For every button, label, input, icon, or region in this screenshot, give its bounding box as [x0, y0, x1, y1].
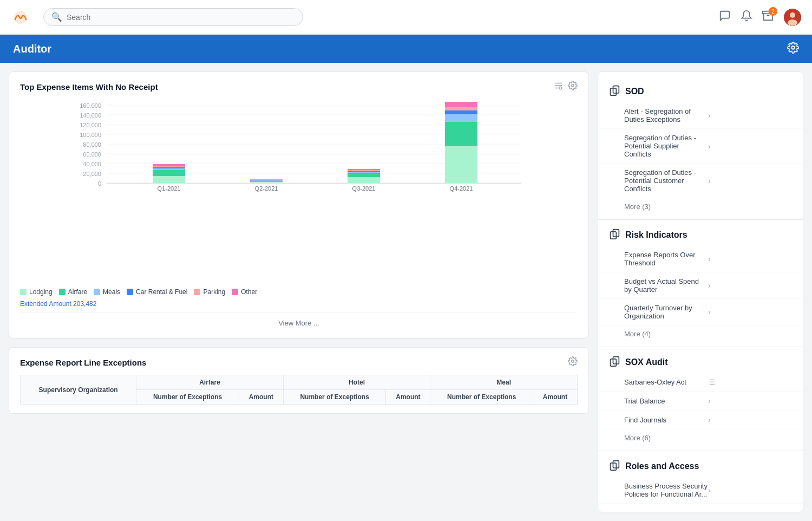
svg-rect-57 [445, 102, 477, 107]
svg-rect-39 [250, 181, 283, 183]
svg-text:20,000: 20,000 [83, 171, 101, 177]
risk-section-header: Risk Indicators [598, 224, 803, 246]
table-settings-icon[interactable] [568, 356, 578, 368]
sox-section-header: SOX Audit [598, 351, 803, 373]
sidebar-item-bpsp[interactable]: Business Process Security Policies for F… [598, 477, 803, 504]
inbox-badge: 2 [769, 7, 777, 16]
header-bar: Auditor [0, 35, 812, 63]
col-group-meal: Meal [430, 375, 578, 390]
col-hotel-amount: Amount [386, 390, 430, 405]
left-content: Top Expense Items With No Receipt [9, 71, 598, 512]
chevron-right-icon: › [708, 308, 792, 316]
chart-actions [554, 81, 578, 93]
svg-text:0: 0 [98, 180, 101, 187]
sod-more[interactable]: More (3) [598, 198, 803, 215]
filter-icon[interactable] [554, 81, 564, 93]
sidebar-section-risk: Risk Indicators Expense Reports Over Thr… [598, 224, 803, 342]
legend-airfare: Airfare [59, 288, 87, 296]
col-supervisory-org: Supervisory Organization [21, 375, 136, 405]
svg-text:120,000: 120,000 [80, 122, 101, 128]
divider-3 [598, 451, 803, 451]
svg-rect-33 [153, 168, 185, 170]
sidebar-item-quarterly-turnover[interactable]: Quarterly Turnover by Organization › [598, 299, 803, 325]
svg-rect-38 [250, 182, 283, 183]
table-card-header: Expense Report Line Exceptions [20, 356, 578, 368]
svg-text:100,000: 100,000 [80, 132, 101, 138]
top-navigation: 🔍 2 [0, 0, 812, 35]
svg-text:40,000: 40,000 [83, 161, 101, 167]
sidebar-section-sod: SOD Alert - Segregation of Duties Except… [598, 81, 803, 215]
col-airfare-exceptions: Number of Exceptions [136, 390, 239, 405]
risk-icon [609, 229, 620, 242]
divider-1 [598, 219, 803, 220]
chevron-right-icon: › [708, 255, 792, 263]
search-icon: 🔍 [51, 12, 62, 22]
svg-text:Q2-2021: Q2-2021 [255, 185, 278, 192]
chat-icon[interactable] [719, 10, 731, 24]
table-title: Expense Report Line Exceptions [20, 358, 568, 367]
svg-point-6 [791, 46, 795, 49]
svg-text:160,000: 160,000 [80, 102, 101, 109]
notifications-icon[interactable] [741, 10, 752, 24]
svg-text:Q1-2021: Q1-2021 [158, 185, 181, 192]
sidebar-item-sod-supplier[interactable]: Segregation of Duties - Potential Suppli… [598, 129, 803, 164]
svg-rect-45 [348, 177, 380, 183]
user-avatar[interactable] [784, 9, 801, 26]
col-group-hotel: Hotel [283, 375, 430, 390]
svg-rect-49 [348, 170, 380, 171]
sidebar-item-sarbanes[interactable]: Sarbanes-Oxley Act ☰ [598, 373, 803, 392]
exceptions-table: Supervisory Organization Airfare Hotel M… [20, 375, 578, 405]
sox-label: SOX Audit [625, 357, 668, 367]
sidebar-item-find-journals[interactable]: Find Journals › [598, 411, 803, 429]
sidebar-item-alert-sod[interactable]: Alert - Segregation of Duties Exceptions… [598, 102, 803, 129]
col-group-airfare: Airfare [136, 375, 284, 390]
chart-legend: Lodging Airfare Meals Car Rental & Fuel … [20, 288, 578, 296]
sidebar-item-trial-balance[interactable]: Trial Balance › [598, 392, 803, 411]
svg-point-4 [790, 12, 795, 18]
search-bar[interactable]: 🔍 [43, 8, 303, 26]
risk-more[interactable]: More (4) [598, 325, 803, 342]
svg-rect-48 [348, 171, 380, 172]
sidebar-item-budget-vs-actual[interactable]: Budget vs Actual Spend by Quarter › [598, 272, 803, 299]
svg-point-5 [788, 19, 797, 26]
sox-more[interactable]: More (6) [598, 429, 803, 446]
sidebar-section-sox: SOX Audit Sarbanes-Oxley Act ☰ Trial Bal… [598, 351, 803, 446]
main-layout: Top Expense Items With No Receipt [0, 63, 812, 521]
inbox-icon[interactable]: 2 [762, 10, 774, 24]
roles-label: Roles and Access [625, 461, 699, 471]
svg-rect-43 [250, 179, 283, 180]
chart-svg: 160,000 140,000 120,000 100,000 80,000 6… [20, 100, 578, 268]
svg-rect-53 [445, 122, 477, 146]
roles-icon [609, 460, 620, 473]
svg-point-10 [559, 87, 562, 89]
gear-icon[interactable] [568, 81, 578, 93]
chevron-right-icon: › [708, 142, 792, 151]
chevron-right-icon: › [708, 396, 792, 405]
chart-title: Top Expense Items With No Receipt [20, 82, 554, 92]
view-more-button[interactable]: View More ... [20, 312, 578, 329]
sod-label: SOD [625, 87, 644, 96]
chart-card: Top Expense Items With No Receipt [9, 71, 589, 338]
bar-chart: 160,000 140,000 120,000 100,000 80,000 6… [20, 100, 578, 284]
svg-rect-46 [348, 173, 380, 177]
risk-label: Risk Indicators [625, 230, 687, 240]
extended-value: 203,482 [73, 300, 96, 308]
chevron-right-icon: › [708, 177, 792, 185]
svg-rect-34 [153, 167, 185, 168]
legend-lodging: Lodging [20, 288, 53, 296]
col-meal-amount: Amount [533, 390, 578, 405]
svg-rect-47 [348, 172, 380, 173]
svg-rect-35 [153, 166, 185, 167]
svg-text:Q3-2021: Q3-2021 [352, 185, 376, 192]
svg-rect-50 [348, 169, 380, 170]
divider-2 [598, 347, 803, 347]
extended-amount: Extended Amount 203,482 [20, 300, 578, 308]
sidebar-item-sod-customer[interactable]: Segregation of Duties - Potential Custom… [598, 164, 803, 198]
sod-section-header: SOD [598, 81, 803, 102]
settings-icon[interactable] [787, 42, 799, 56]
search-input[interactable] [67, 13, 295, 22]
svg-rect-54 [445, 114, 477, 122]
sidebar-item-expense-threshold[interactable]: Expense Reports Over Threshold › [598, 246, 803, 272]
workday-logo[interactable] [11, 8, 30, 27]
page-title: Auditor [13, 43, 51, 55]
